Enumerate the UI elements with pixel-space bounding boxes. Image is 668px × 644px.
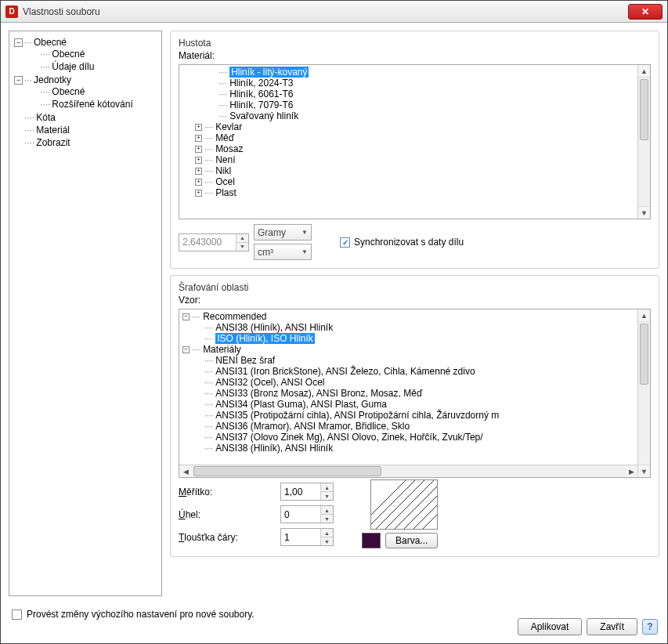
thickness-input[interactable] <box>281 529 320 545</box>
tree-item[interactable]: ····ANSI38 (Hliník), ANSI Hliník <box>179 443 637 454</box>
spin-up-icon: ▲ <box>237 234 248 243</box>
scroll-left-icon[interactable]: ◀ <box>179 465 192 477</box>
expand-icon[interactable]: + <box>195 190 202 197</box>
tree-item[interactable]: +····Ocel <box>179 176 637 187</box>
tree-item[interactable]: +····Nikl <box>179 165 637 176</box>
scroll-thumb[interactable] <box>640 324 648 385</box>
scroll-up-icon[interactable]: ▲ <box>638 65 650 78</box>
scale-label: Měřítko: <box>179 487 280 497</box>
tree-item[interactable]: ····ANSI31 (Iron BrickStone), ANSI Želez… <box>179 366 637 377</box>
titlebar: D Vlastnosti souboru ✕ <box>1 1 667 23</box>
hatch-group: Šrafování oblasti Vzor: −····Recommended… <box>170 275 659 557</box>
expand-icon[interactable]: + <box>195 168 202 175</box>
expand-icon[interactable]: − <box>182 313 190 320</box>
dialog-window: D Vlastnosti souboru ✕ −···Obecné ····Ob… <box>0 0 668 644</box>
thickness-stepper[interactable]: ▲▼ <box>280 528 334 546</box>
tree-item[interactable]: ····ANSI34 (Plast Guma), ANSI Plast, Gum… <box>179 399 637 410</box>
expand-icon[interactable]: + <box>195 124 202 131</box>
sync-label: Synchronizovat s daty dílu <box>354 237 464 248</box>
scrollbar[interactable]: ▲ ▼ <box>637 309 650 477</box>
group-title: Hustota <box>179 38 651 49</box>
expand-icon[interactable]: + <box>195 157 202 164</box>
expand-icon[interactable]: + <box>195 146 202 153</box>
close-button[interactable]: Zavřít <box>587 618 637 635</box>
tree-item[interactable]: +····Měď <box>179 132 637 143</box>
tree-item[interactable]: ····ANSI33 (Bronz Mosaz), ANSI Bronz, Mo… <box>179 388 637 399</box>
hscrollbar[interactable]: ◀ ▶ <box>179 465 637 477</box>
nav-item[interactable]: Obecné <box>52 86 85 97</box>
scale-input[interactable] <box>281 483 320 500</box>
material-tree[interactable]: ····Hliník - litý-kovaný····Hliník, 2024… <box>179 64 651 219</box>
tree-item[interactable]: ····ANSI37 (Olovo Zinek Mg), ANSI Olovo,… <box>179 432 637 443</box>
mass-unit-combo[interactable]: Gramy▼ <box>254 224 312 241</box>
checkbox-icon <box>12 610 22 620</box>
pattern-tree[interactable]: −····Recommended····ANSI38 (Hliník), ANS… <box>179 309 651 478</box>
angle-stepper[interactable]: ▲▼ <box>280 505 334 523</box>
density-input <box>179 234 236 251</box>
tree-item[interactable]: ····ANSI36 (Mramor), ANSI Mramor, Břidli… <box>179 421 637 432</box>
tree-item[interactable]: ····Hliník, 6061-T6 <box>179 89 637 99</box>
nav-tree[interactable]: −···Obecné ····Obecné ····Údaje dílu −··… <box>9 31 162 596</box>
tree-item[interactable]: ····ISO (Hliník), ISO Hliník <box>179 333 637 344</box>
tree-item[interactable]: −····Materiály <box>179 344 637 355</box>
tree-item[interactable]: ····Svařovaný hliník <box>179 110 637 121</box>
nav-item[interactable]: Jednotky <box>34 74 71 85</box>
spin-up-icon[interactable]: ▲ <box>321 506 333 515</box>
expand-icon[interactable]: − <box>14 76 23 85</box>
tree-item[interactable]: −····Recommended <box>179 311 637 322</box>
tree-item[interactable]: +····Kevlar <box>179 121 637 132</box>
scroll-up-icon[interactable]: ▲ <box>638 309 650 322</box>
spin-up-icon[interactable]: ▲ <box>321 529 333 537</box>
tree-item[interactable]: ····Hliník, 2024-T3 <box>179 78 637 89</box>
nav-item[interactable]: Údaje dílu <box>52 61 94 72</box>
spin-buttons: ▲▼ <box>236 234 248 251</box>
tree-item[interactable]: ····Hliník, 7079-T6 <box>179 99 637 110</box>
tree-item[interactable]: +····Plast <box>179 187 637 198</box>
spin-down-icon[interactable]: ▼ <box>321 492 333 500</box>
nav-item[interactable]: Materiál <box>36 125 70 136</box>
tree-item[interactable]: +····Není <box>179 154 637 165</box>
spin-down-icon[interactable]: ▼ <box>321 515 333 523</box>
scroll-down-icon[interactable]: ▼ <box>638 206 650 219</box>
default-settings-label: Provést změny výchozího nastavení pro no… <box>27 609 255 620</box>
svg-line-7 <box>421 480 437 529</box>
color-swatch <box>362 533 381 548</box>
tree-item[interactable]: ····ANSI32 (Ocel), ANSI Ocel <box>179 377 637 388</box>
nav-item[interactable]: Rozšířené kótování <box>52 99 132 110</box>
tree-item[interactable]: ····ANSI35 (Protipožární cihla), ANSI Pr… <box>179 410 637 421</box>
nav-item[interactable]: Obecné <box>34 37 67 48</box>
sync-checkbox[interactable]: ✓ Synchronizovat s daty dílu <box>340 237 464 248</box>
expand-icon[interactable]: + <box>195 135 202 142</box>
tree-item[interactable]: ····Hliník - litý-kovaný <box>179 67 637 78</box>
tree-item[interactable]: ····NENÍ Bez šraf <box>179 355 637 366</box>
help-icon[interactable]: ? <box>642 619 658 635</box>
scroll-thumb[interactable] <box>640 79 648 140</box>
color-button[interactable]: Barva... <box>385 533 438 548</box>
expand-icon[interactable]: − <box>14 38 23 47</box>
chevron-down-icon: ▼ <box>302 248 308 255</box>
group-title: Šrafování oblasti <box>179 282 651 293</box>
scroll-right-icon[interactable]: ▶ <box>625 465 637 477</box>
scroll-down-icon[interactable]: ▼ <box>638 465 650 477</box>
tree-item[interactable]: ····ANSI38 (Hliník), ANSI Hliník <box>179 322 637 333</box>
window-title: Vlastnosti souboru <box>23 6 628 17</box>
hatch-preview <box>370 479 438 530</box>
nav-item[interactable]: Kóta <box>36 112 56 123</box>
density-group: Hustota Materiál: ····Hliník - litý-kova… <box>170 31 659 269</box>
volume-unit-combo[interactable]: cm³▼ <box>254 244 312 260</box>
scale-stepper[interactable]: ▲▼ <box>280 483 334 501</box>
spin-up-icon[interactable]: ▲ <box>321 483 333 492</box>
expand-icon[interactable]: − <box>182 346 190 353</box>
nav-item[interactable]: Zobrazit <box>36 137 70 148</box>
app-icon: D <box>5 5 18 18</box>
close-icon[interactable]: ✕ <box>628 4 663 20</box>
nav-item[interactable]: Obecné <box>52 49 85 60</box>
apply-button[interactable]: Aplikovat <box>518 618 583 635</box>
scroll-thumb[interactable] <box>193 466 381 476</box>
tree-item[interactable]: +····Mosaz <box>179 143 637 154</box>
pattern-label: Vzor: <box>179 295 651 306</box>
spin-down-icon[interactable]: ▼ <box>321 537 333 545</box>
angle-input[interactable] <box>281 506 320 523</box>
scrollbar[interactable]: ▲ ▼ <box>637 65 650 219</box>
expand-icon[interactable]: + <box>195 179 202 186</box>
